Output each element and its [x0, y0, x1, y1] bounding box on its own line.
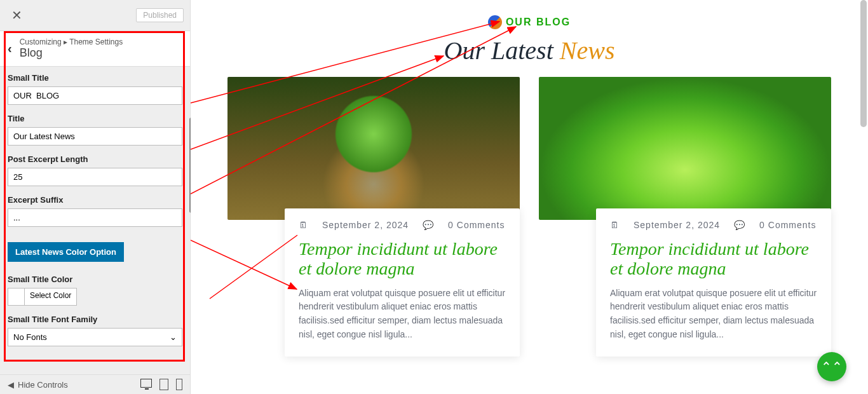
calendar-icon: 🗓: [610, 220, 620, 230]
device-preview-switcher: [140, 379, 182, 390]
comments-icon: 💬: [423, 220, 434, 230]
breadcrumb-mid: Theme Settings: [69, 37, 123, 46]
excerpt-suffix-label: Excerpt Suffix: [8, 195, 182, 205]
post-title[interactable]: Tempor incididunt ut labore et dolore ma…: [610, 239, 817, 279]
panel-header: ‹ Customizing ▸ Theme Settings Blog: [0, 31, 190, 67]
collapse-icon: ◀: [8, 380, 14, 390]
small-title-color-picker[interactable]: Select Color: [8, 288, 77, 306]
blog-title-accent: News: [560, 36, 615, 65]
small-title-label: Small Title: [8, 73, 182, 83]
customizer-sidebar: ✕ Published ‹ Customizing ▸ Theme Settin…: [0, 0, 191, 394]
publish-status-button[interactable]: Published: [136, 8, 184, 22]
blog-small-title-text: OUR BLOG: [506, 17, 571, 28]
post-card[interactable]: 🗓 September 2, 2024 💬 0 Comments Tempor …: [227, 77, 520, 357]
excerpt-suffix-input[interactable]: [8, 208, 182, 227]
sidebar-footer: ◀ Hide Controls: [0, 374, 190, 394]
color-swatch-icon: [8, 289, 25, 305]
compass-icon: [488, 15, 502, 29]
post-body: 🗓 September 2, 2024 💬 0 Comments Tempor …: [596, 208, 831, 357]
desktop-icon[interactable]: [140, 379, 152, 388]
post-thumbnail: [539, 77, 831, 220]
post-date: September 2, 2024: [322, 220, 409, 230]
color-option-section-button[interactable]: Latest News Color Option: [8, 242, 124, 262]
small-title-color-label: Small Title Color: [8, 275, 182, 284]
post-card[interactable]: 🗓 September 2, 2024 💬 0 Comments Tempor …: [539, 77, 831, 357]
close-icon[interactable]: ✕: [6, 5, 27, 25]
blog-small-title: OUR BLOG: [488, 15, 571, 29]
blog-main-title: Our Latest News: [191, 36, 868, 65]
small-title-input[interactable]: [8, 86, 182, 105]
chevron-down-icon: ⌄: [170, 332, 177, 342]
post-meta: 🗓 September 2, 2024 💬 0 Comments: [610, 220, 817, 230]
breadcrumb: Customizing ▸ Theme Settings: [20, 37, 123, 46]
preview-pane[interactable]: OUR BLOG Our Latest News 🗓 September 2, …: [191, 0, 868, 394]
blog-title-pre: Our Latest: [444, 36, 553, 65]
breadcrumb-prefix: Customizing: [20, 37, 62, 46]
post-comments[interactable]: 0 Comments: [448, 220, 505, 230]
tablet-icon[interactable]: [159, 379, 168, 390]
font-select-value: No Fonts: [13, 332, 47, 342]
hide-controls-button[interactable]: ◀ Hide Controls: [8, 380, 68, 390]
mobile-icon[interactable]: [176, 379, 182, 390]
post-excerpt: Aliquam erat volutpat quisque posuere el…: [610, 287, 817, 342]
excerpt-length-label: Post Excerpt Length: [8, 154, 182, 164]
sidebar-topbar: ✕ Published: [0, 0, 190, 31]
panel-title: Blog: [20, 46, 123, 60]
calendar-icon: 🗓: [299, 220, 308, 230]
small-title-font-select[interactable]: No Fonts ⌄: [8, 328, 182, 346]
blog-header: OUR BLOG Our Latest News: [191, 0, 868, 77]
post-excerpt: Aliquam erat volutpat quisque posuere el…: [299, 287, 506, 342]
back-icon[interactable]: ‹: [8, 41, 12, 56]
post-thumbnail: [227, 77, 520, 220]
post-body: 🗓 September 2, 2024 💬 0 Comments Tempor …: [285, 208, 520, 357]
comments-icon: 💬: [734, 220, 745, 230]
post-meta: 🗓 September 2, 2024 💬 0 Comments: [299, 220, 506, 230]
scroll-top-button[interactable]: ⌃⌃: [817, 352, 846, 381]
excerpt-length-input[interactable]: [8, 168, 182, 186]
title-input[interactable]: [8, 127, 182, 146]
small-title-font-label: Small Title Font Family: [8, 315, 182, 324]
post-date: September 2, 2024: [634, 220, 720, 230]
posts-grid: 🗓 September 2, 2024 💬 0 Comments Tempor …: [191, 77, 868, 382]
hide-controls-label: Hide Controls: [18, 380, 68, 390]
post-comments[interactable]: 0 Comments: [759, 220, 816, 230]
post-title[interactable]: Tempor incididunt ut labore et dolore ma…: [299, 239, 506, 279]
double-chevron-up-icon: ⌃⌃: [821, 359, 843, 374]
controls-panel[interactable]: Small Title Title Post Excerpt Length Ex…: [0, 67, 190, 374]
color-select-button[interactable]: Select Color: [25, 289, 76, 305]
preview-scrollbar[interactable]: [859, 0, 867, 394]
breadcrumb-sep-icon: ▸: [64, 37, 69, 46]
title-label: Title: [8, 114, 182, 123]
